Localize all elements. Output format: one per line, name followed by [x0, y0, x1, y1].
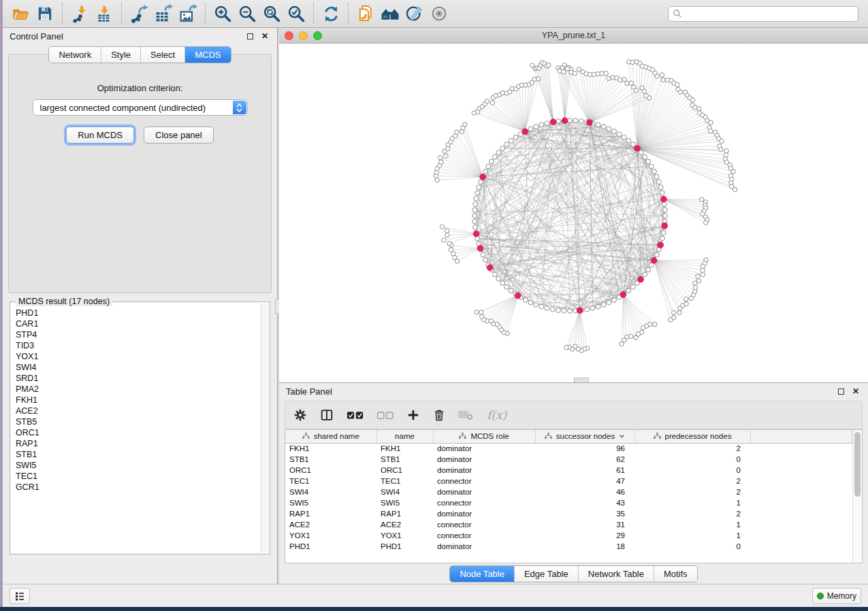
- zoom-out-button[interactable]: [235, 2, 259, 25]
- select-all-button[interactable]: [347, 410, 364, 420]
- mcds-result-item[interactable]: YOX1: [10, 351, 261, 362]
- zoom-selected-button[interactable]: [284, 2, 308, 25]
- run-mcds-button[interactable]: Run MCDS: [66, 127, 134, 144]
- mcds-result-item[interactable]: FKH1: [10, 395, 261, 406]
- column-header-successor-nodes[interactable]: successor nodes: [535, 430, 634, 443]
- split-panel-button[interactable]: [319, 408, 334, 423]
- table-row[interactable]: STB1STB1dominator620: [285, 454, 852, 465]
- optimization-criterion-select[interactable]: largest connected component (undirected): [33, 99, 248, 116]
- delete-column-button[interactable]: [432, 408, 446, 422]
- close-panel-button[interactable]: ✕: [259, 31, 270, 42]
- cell: 47: [535, 476, 634, 486]
- export-network-icon: [129, 4, 149, 24]
- close-table-panel-button[interactable]: ✕: [850, 386, 861, 397]
- float-panel-button[interactable]: [244, 31, 255, 42]
- import-table-button[interactable]: [92, 2, 116, 25]
- task-history-button[interactable]: [10, 588, 30, 604]
- mcds-result-item[interactable]: SRD1: [10, 373, 261, 384]
- table-options-button[interactable]: [293, 408, 307, 422]
- mcds-result-item[interactable]: RAP1: [10, 438, 261, 449]
- cell: RAP1: [376, 508, 433, 519]
- table-panel: Table Panel ✕: [279, 383, 868, 584]
- mcds-result-item[interactable]: ORC1: [10, 427, 261, 438]
- clone-network-icon: [356, 4, 375, 23]
- float-table-panel-button[interactable]: [835, 386, 846, 397]
- tab-select[interactable]: Select: [140, 47, 184, 63]
- table-row[interactable]: TEC1TEC1connector472: [285, 476, 852, 486]
- cell: connector: [433, 497, 535, 508]
- hide-graphics-details-button[interactable]: [402, 2, 427, 25]
- mcds-result-item[interactable]: SWI4: [10, 362, 261, 373]
- delete-table-button[interactable]: [458, 409, 475, 421]
- import-network-button[interactable]: [67, 2, 92, 25]
- column-header-name[interactable]: name: [376, 430, 433, 443]
- mcds-result-list[interactable]: PHD1CAR1STP4TID3YOX1SWI4SRD1PMA2FKH1ACE2…: [10, 302, 261, 554]
- table-scrollbar-thumb[interactable]: [854, 432, 861, 497]
- table-scrollbar[interactable]: [852, 430, 862, 563]
- save-icon: [36, 5, 54, 22]
- table-row[interactable]: ACE2ACE2connector311: [285, 519, 852, 530]
- mcds-result-item[interactable]: CAR1: [10, 318, 261, 329]
- table-row[interactable]: FKH1FKH1dominator962: [285, 443, 852, 454]
- horizontal-split-grip[interactable]: [574, 378, 589, 382]
- table-row[interactable]: PHD1PHD1dominator180: [285, 541, 852, 552]
- add-column-button[interactable]: [406, 408, 420, 422]
- column-header-MCDS-role[interactable]: MCDS role: [433, 430, 535, 443]
- tab-network[interactable]: Network: [49, 47, 101, 63]
- zoom-fit-button[interactable]: [259, 2, 284, 25]
- column-header-predecessor-nodes[interactable]: predecessor nodes: [634, 430, 750, 443]
- network-canvas[interactable]: [279, 44, 868, 382]
- cell: 1: [634, 530, 750, 541]
- hide-details-icon: [405, 4, 424, 23]
- tab-edge-table[interactable]: Edge Table: [514, 566, 578, 582]
- tab-network-table[interactable]: Network Table: [578, 566, 654, 582]
- export-network-button[interactable]: [127, 2, 151, 25]
- clone-network-button[interactable]: [353, 2, 378, 25]
- import-network-icon: [71, 5, 89, 23]
- search-network-button[interactable]: [378, 2, 402, 25]
- memory-button[interactable]: Memory: [812, 588, 861, 604]
- mcds-result-item[interactable]: STB1: [10, 449, 261, 460]
- tab-motifs[interactable]: Motifs: [654, 566, 697, 582]
- mcds-result-item[interactable]: STB5: [10, 416, 261, 427]
- mcds-result-item[interactable]: ACE2: [10, 406, 261, 416]
- refresh-button[interactable]: [319, 2, 343, 25]
- open-file-button[interactable]: [8, 2, 33, 25]
- mcds-result-item[interactable]: PHD1: [10, 308, 261, 318]
- search-input[interactable]: [682, 9, 854, 18]
- cell: dominator: [433, 443, 535, 454]
- export-image-button[interactable]: [176, 2, 200, 25]
- close-panel-action-button[interactable]: Close panel: [144, 127, 214, 144]
- zoom-in-button[interactable]: [210, 2, 235, 25]
- save-session-button[interactable]: [33, 2, 57, 25]
- delete-table-icon: [458, 409, 475, 421]
- export-image-icon: [178, 4, 198, 24]
- cell: PHD1: [285, 541, 376, 552]
- table-row[interactable]: ORC1ORC1dominator610: [285, 465, 852, 476]
- table-row[interactable]: SWI5SWI5connector431: [285, 497, 852, 508]
- function-builder-button[interactable]: f(x): [487, 408, 507, 422]
- status-bar: Memory: [3, 584, 868, 607]
- table-row[interactable]: RAP1RAP1dominator352: [285, 508, 852, 519]
- deselect-all-button[interactable]: [376, 410, 394, 420]
- table-row[interactable]: YOX1YOX1connector291: [285, 530, 852, 541]
- result-list-scrollbar[interactable]: [261, 303, 270, 552]
- table-row[interactable]: SWI4SWI4dominator462: [285, 486, 852, 497]
- mcds-result-item[interactable]: SWI5: [10, 460, 261, 471]
- mcds-result-item[interactable]: TEC1: [10, 471, 261, 482]
- mcds-result-item[interactable]: STP4: [10, 329, 261, 340]
- show-graphics-details-button[interactable]: [427, 2, 451, 25]
- tab-node-table[interactable]: Node Table: [450, 566, 514, 582]
- node-table[interactable]: shared namenameMCDS rolesuccessor nodesp…: [285, 430, 852, 552]
- export-table-button[interactable]: [151, 2, 176, 25]
- mcds-result-item[interactable]: PMA2: [10, 384, 261, 395]
- memory-label: Memory: [827, 591, 856, 601]
- tab-style[interactable]: Style: [101, 47, 140, 63]
- network-window-titlebar[interactable]: YPA_prune.txt_1: [279, 28, 868, 44]
- gear-icon: [293, 408, 307, 422]
- tab-mcds[interactable]: MCDS: [184, 47, 230, 63]
- mcds-result-item[interactable]: TID3: [10, 340, 261, 351]
- mcds-result-item[interactable]: GCR1: [10, 482, 261, 493]
- column-header-shared-name[interactable]: shared name: [285, 430, 376, 443]
- cell: ACE2: [376, 519, 433, 530]
